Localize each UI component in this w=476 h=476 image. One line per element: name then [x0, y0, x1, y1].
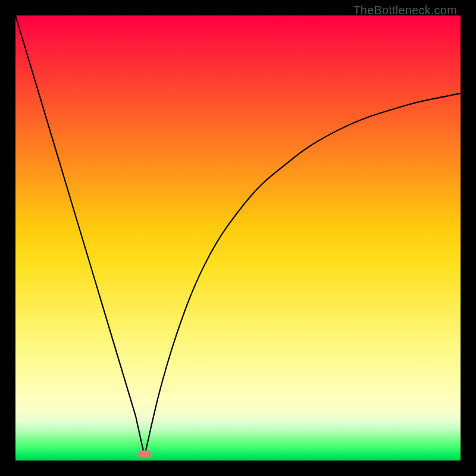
minimum-marker [138, 450, 151, 458]
watermark-text: TheBottleneck.com [353, 4, 457, 17]
curve-left-branch [15, 15, 145, 456]
chart-curve-svg [15, 15, 461, 461]
curve-right-branch [145, 93, 461, 456]
chart-frame [15, 15, 461, 461]
